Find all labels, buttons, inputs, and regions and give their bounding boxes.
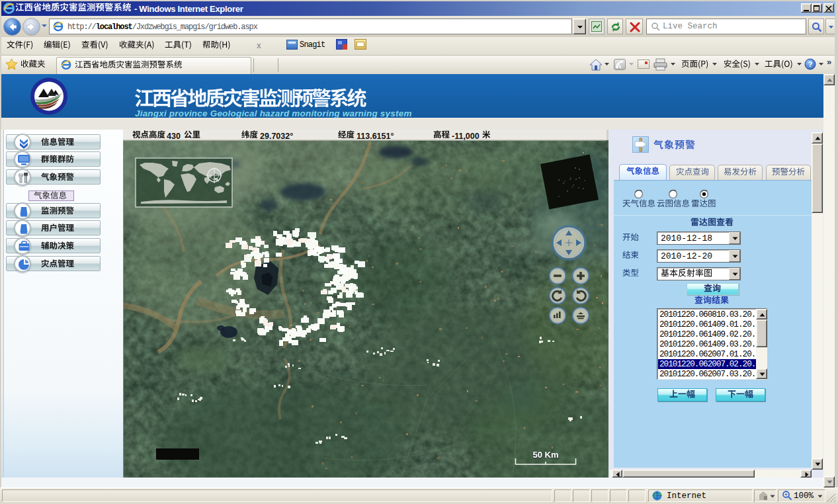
svg-text:?: ? bbox=[808, 60, 813, 68]
